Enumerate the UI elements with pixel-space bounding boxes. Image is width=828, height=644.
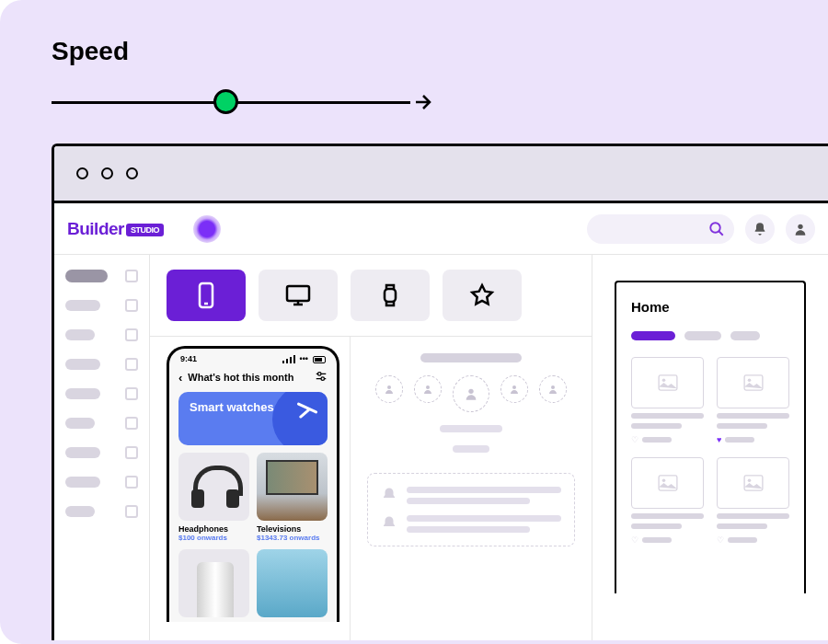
- image-placeholder-icon: [631, 357, 704, 408]
- product-card[interactable]: Televisions $1343.73 onwards: [257, 453, 328, 542]
- product-card[interactable]: Headphones $100 onwards: [178, 453, 249, 542]
- brand-logo[interactable]: BuilderSTUDIO: [67, 219, 164, 239]
- svg-point-23: [661, 479, 665, 483]
- svg-point-17: [551, 385, 555, 389]
- svg-point-15: [468, 389, 473, 394]
- svg-point-14: [426, 385, 430, 389]
- product-grid: Headphones $100 onwards Televisions $134…: [169, 453, 337, 621]
- watch-icon: [379, 282, 401, 309]
- preview-row: 9:41 ••• ‹ What's hot this mon: [150, 337, 592, 640]
- phone-mockup: 9:41 ••• ‹ What's hot this mon: [167, 346, 339, 622]
- product-card[interactable]: [178, 549, 249, 621]
- sidebar-item[interactable]: [62, 328, 142, 341]
- bell-icon: [381, 515, 397, 532]
- product-image: [257, 453, 328, 521]
- svg-line-1: [719, 231, 723, 236]
- category-tab[interactable]: [631, 331, 675, 340]
- sidebar-item[interactable]: [62, 270, 142, 282]
- svg-rect-8: [385, 289, 396, 302]
- avatar-placeholder[interactable]: [414, 375, 442, 403]
- desktop-icon: [284, 283, 312, 307]
- filter-icon[interactable]: [315, 370, 328, 385]
- device-tab-favorite[interactable]: [443, 270, 522, 321]
- sidebar-item[interactable]: [62, 505, 142, 518]
- product-card[interactable]: [257, 549, 328, 621]
- window-control-close[interactable]: [76, 167, 88, 179]
- bell-icon: [753, 222, 767, 236]
- svg-point-12: [321, 377, 325, 381]
- sidebar-item[interactable]: [62, 299, 142, 312]
- search-input[interactable]: [587, 214, 734, 244]
- image-placeholder-icon: [631, 457, 704, 509]
- speed-slider[interactable]: [52, 88, 410, 116]
- svg-point-2: [798, 224, 802, 228]
- device-tab-watch[interactable]: [351, 270, 430, 321]
- brand-orb-icon[interactable]: [193, 215, 221, 243]
- avatar-placeholder[interactable]: [453, 375, 489, 412]
- sidebar-item[interactable]: [62, 358, 142, 371]
- star-icon: [469, 282, 495, 308]
- window-control-minimize[interactable]: [101, 167, 113, 179]
- svg-point-21: [747, 379, 751, 383]
- product-image: [178, 549, 249, 617]
- avatar-placeholder[interactable]: [375, 375, 403, 403]
- back-icon[interactable]: ‹: [178, 371, 182, 385]
- sidebar-item[interactable]: [62, 446, 142, 459]
- list-item[interactable]: [381, 515, 561, 533]
- device-tab-desktop[interactable]: [259, 270, 338, 321]
- slider-thumb[interactable]: [213, 89, 238, 114]
- product-price: $1343.73 onwards: [257, 534, 328, 542]
- avatar-placeholder[interactable]: [539, 375, 567, 403]
- device-tab-mobile[interactable]: [167, 270, 246, 321]
- right-panel: Home ♡: [592, 255, 828, 640]
- heart-icon[interactable]: ♡: [631, 435, 638, 444]
- svg-point-16: [512, 385, 516, 389]
- grid-card[interactable]: ♡: [631, 357, 704, 444]
- product-image: [257, 549, 328, 617]
- phone-time: 9:41: [180, 354, 197, 363]
- placeholder-line: [453, 445, 489, 453]
- sidebar-item[interactable]: [62, 417, 142, 430]
- sidebar-item[interactable]: [62, 387, 142, 400]
- avatar-row: [375, 375, 567, 412]
- heart-icon[interactable]: ♥: [717, 435, 721, 444]
- page-container: Speed BuilderSTUDIO: [0, 0, 828, 644]
- wireframe-list-block: [367, 473, 575, 546]
- brand-name: Builder: [67, 219, 124, 238]
- svg-point-13: [387, 385, 391, 389]
- notifications-button[interactable]: [745, 214, 775, 244]
- phone-header-title: What's hot this month: [188, 372, 293, 383]
- grid-card[interactable]: ♡: [717, 457, 789, 545]
- promo-banner[interactable]: Smart watches: [178, 392, 328, 445]
- phone-header: ‹ What's hot this month: [169, 365, 337, 392]
- svg-rect-5: [287, 286, 309, 301]
- product-name: Headphones: [178, 524, 249, 534]
- section-title: Speed: [52, 37, 828, 66]
- phone-status-bar: 9:41 •••: [169, 349, 337, 365]
- window-control-maximize[interactable]: [126, 167, 138, 179]
- wireframe-column: [351, 337, 592, 640]
- avatar-placeholder[interactable]: [500, 375, 528, 403]
- sidebar-item[interactable]: [62, 476, 142, 489]
- product-name: Televisions: [257, 524, 328, 534]
- center-panel: 9:41 ••• ‹ What's hot this mon: [150, 255, 592, 640]
- heart-icon[interactable]: ♡: [631, 535, 638, 545]
- placeholder-line: [420, 353, 522, 362]
- window-titlebar: [54, 146, 828, 203]
- heart-icon[interactable]: ♡: [717, 535, 724, 545]
- profile-button[interactable]: [786, 214, 815, 244]
- product-image: [178, 453, 249, 521]
- category-tab[interactable]: [730, 331, 760, 340]
- category-tab[interactable]: [684, 331, 721, 340]
- main-columns: 9:41 ••• ‹ What's hot this mon: [54, 255, 828, 640]
- user-icon: [793, 222, 808, 236]
- signal-icon: •••: [282, 354, 326, 363]
- grid-card[interactable]: ♡: [631, 457, 704, 545]
- home-title: Home: [631, 299, 789, 315]
- grid-card[interactable]: ♥: [717, 357, 789, 444]
- list-item[interactable]: [381, 487, 561, 504]
- brand-badge: STUDIO: [126, 224, 164, 236]
- product-price: $100 onwards: [178, 534, 249, 542]
- mobile-icon: [194, 282, 218, 309]
- search-icon: [708, 221, 725, 237]
